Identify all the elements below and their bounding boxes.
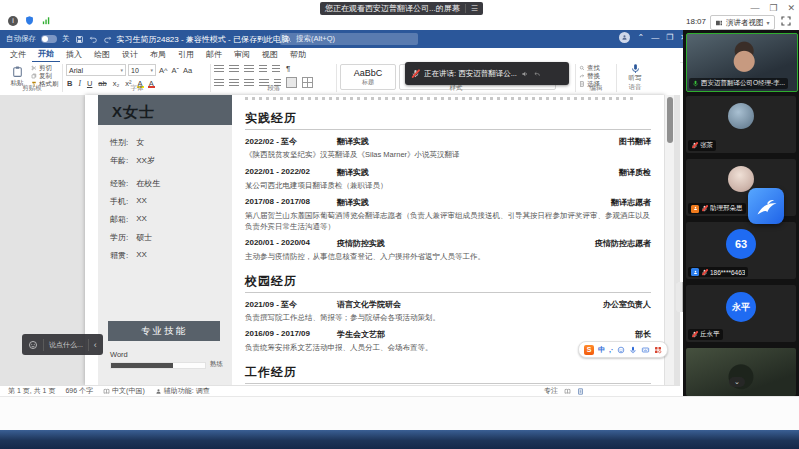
voice-group: 听写 语音: [620, 63, 650, 93]
tab-help[interactable]: 帮助: [284, 48, 312, 62]
tab-design[interactable]: 设计: [116, 48, 144, 62]
resume-entry-desc: 主动参与疫情防控，从事信息核查登记、入户摸排外省返宁人员等工作。: [245, 252, 651, 263]
grow-font-button[interactable]: A^: [158, 66, 169, 75]
participant-name: 186****6463: [710, 269, 745, 276]
undo-icon[interactable]: [89, 35, 98, 44]
fullscreen-button[interactable]: [780, 15, 792, 27]
numbered-list-icon[interactable]: [229, 65, 239, 73]
ime-toolbar[interactable]: S 中 ,·: [578, 341, 668, 358]
dictate-button[interactable]: 听写: [620, 63, 650, 83]
reply-arrow-icon[interactable]: [533, 70, 541, 78]
tab-view[interactable]: 视图: [256, 48, 284, 62]
tab-layout[interactable]: 布局: [144, 48, 172, 62]
participant-tile[interactable]: 永平 丘永平: [686, 285, 796, 342]
multilevel-list-icon[interactable]: [244, 65, 254, 73]
desktop-screen: 您正在观看西安迈普翻译公司...的屏幕 ☰ — ❐ ✕ i 18:07 演讲者视…: [0, 0, 799, 449]
tab-mailings[interactable]: 邮件: [200, 48, 228, 62]
print-layout-icon[interactable]: [577, 388, 584, 395]
shield-icon[interactable]: [24, 15, 35, 26]
mic-muted-icon: [691, 331, 698, 338]
tab-review[interactable]: 审阅: [228, 48, 256, 62]
meeting-toolbar: 解除静音 ⌃ 开启视频 ⌃ 共享屏幕 ⌃ 邀请 成员(36) 聊天 录制 举手 …: [0, 396, 799, 431]
chat-quick-bubble[interactable]: 说点什么... ‹: [22, 334, 103, 355]
voice-input-icon[interactable]: [629, 346, 637, 354]
section-heading: 实践经历: [245, 110, 651, 130]
font-size-combobox[interactable]: 10▾: [128, 64, 156, 76]
resume-entry-row: 2020/01 - 2020/04 疫情防控实践 疫情防控志愿者: [245, 238, 651, 249]
redo-icon[interactable]: [103, 35, 112, 44]
banner-menu-icon[interactable]: ☰: [465, 4, 478, 13]
tab-home[interactable]: 开始: [32, 47, 60, 63]
decrease-indent-icon[interactable]: [259, 65, 267, 73]
view-mode-button[interactable]: 演讲者视图 ▾: [710, 15, 775, 30]
font-name-combobox[interactable]: Arial▾: [66, 64, 126, 76]
word-count[interactable]: 696 个字: [65, 386, 93, 396]
tab-draw[interactable]: 绘图: [88, 48, 116, 62]
participant-tile-speaker[interactable]: 西安迈普翻译公司O经理-李...: [686, 33, 798, 92]
tab-file[interactable]: 文件: [4, 48, 32, 62]
emoji-icon[interactable]: [28, 340, 38, 350]
language-indicator[interactable]: 中文(中国): [103, 386, 145, 396]
tab-references[interactable]: 引用: [172, 48, 200, 62]
word-minimize-button[interactable]: —: [651, 33, 659, 42]
bullet-list-icon[interactable]: [214, 65, 224, 73]
resume-entry-row: 2016/09 - 2017/09 学生会文艺部 部长: [245, 329, 651, 340]
change-case-button[interactable]: Aa: [182, 66, 193, 75]
chevron-down-icon: ▾: [767, 19, 770, 26]
sidebar-collapse-handle[interactable]: [676, 282, 683, 312]
page-indicator[interactable]: 第 1 页, 共 1 页: [8, 386, 55, 396]
close-button[interactable]: ✕: [787, 3, 795, 13]
speaking-toast[interactable]: 正在讲话: 西安迈普翻译公...: [405, 62, 569, 85]
chat-input-placeholder[interactable]: 说点什么...: [49, 340, 83, 350]
proofing-book-icon: [103, 388, 110, 395]
pilcrow-icon[interactable]: ¶: [285, 64, 291, 73]
avatar: [728, 103, 754, 129]
emoji-icon[interactable]: [617, 346, 625, 354]
collapse-chat-icon[interactable]: ‹: [94, 340, 97, 350]
chinese-mode-icon[interactable]: 中: [598, 345, 605, 355]
ribbon-tabs: 文件 开始 插入 绘图 设计 布局 引用 邮件 审阅 视图 帮助: [0, 48, 684, 63]
bird-app-icon[interactable]: [748, 188, 784, 224]
minimize-button[interactable]: —: [750, 3, 759, 13]
keyboard-icon[interactable]: [641, 346, 650, 354]
info-icon[interactable]: i: [8, 16, 18, 26]
accessibility-indicator[interactable]: 辅助功能: 调查: [155, 386, 210, 396]
participant-name: 张茶: [700, 141, 713, 150]
network-signal-icon[interactable]: [41, 15, 52, 26]
participant-tile[interactable]: 张茶: [686, 96, 796, 153]
participant-tile[interactable]: 63 186****6463: [686, 222, 796, 279]
focus-mode-button[interactable]: 专注: [544, 386, 558, 396]
speaker-view-icon: [715, 19, 723, 27]
scissors-icon: [31, 65, 37, 71]
view-mode-label: 演讲者视图: [726, 18, 764, 28]
collapse-tiles-chevron[interactable]: ⌄: [729, 377, 745, 387]
document-scrollbar[interactable]: [664, 95, 674, 385]
read-mode-icon[interactable]: [564, 388, 571, 395]
resume-page[interactable]: X女士 性别:女 年龄:XX岁 经验:在校生 手机:XX 邮箱:XX 学历:硕士…: [85, 95, 665, 385]
avatar-initials: 63: [726, 229, 756, 259]
word-statusbar: 第 1 页, 共 1 页 696 个字 中文(中国) 辅助功能: 调查 专注: [0, 385, 680, 396]
titlebar-right: ⌃ — ❐ ✕: [619, 32, 687, 43]
ribbon-display-button[interactable]: ⌃: [637, 33, 644, 42]
punctuation-icon[interactable]: ,·: [609, 346, 613, 353]
resume-name: X女士: [98, 95, 232, 125]
account-avatar[interactable]: [619, 32, 630, 43]
skill-level: 熟练: [210, 360, 223, 369]
clipped-text-line: [245, 97, 635, 100]
screen-share-banner[interactable]: 您正在观看西安迈普翻译公司...的屏幕 ☰: [320, 2, 483, 15]
autosave-toggle[interactable]: [41, 35, 57, 43]
increase-indent-icon[interactable]: [272, 65, 280, 73]
resume-entry-row: 2022/01 - 2022/02 翻译实践 翻译质检: [245, 167, 651, 178]
participant-tile[interactable]: [686, 348, 796, 396]
sogou-logo-icon[interactable]: S: [584, 345, 594, 355]
toolbox-icon[interactable]: [654, 346, 662, 354]
search-input[interactable]: 搜索(Alt+Q): [280, 33, 418, 45]
save-icon[interactable]: [75, 35, 84, 44]
tab-insert[interactable]: 插入: [60, 48, 88, 62]
scrollbar-thumb[interactable]: [667, 97, 673, 143]
volume-icon[interactable]: [521, 70, 529, 78]
maximize-button[interactable]: ❐: [769, 3, 777, 13]
word-restore-button[interactable]: ❐: [666, 33, 673, 42]
shrink-font-button[interactable]: Aˇ: [171, 66, 181, 75]
clipboard-group: 粘贴 剪切 复制 格式刷 剪贴板: [4, 64, 60, 94]
